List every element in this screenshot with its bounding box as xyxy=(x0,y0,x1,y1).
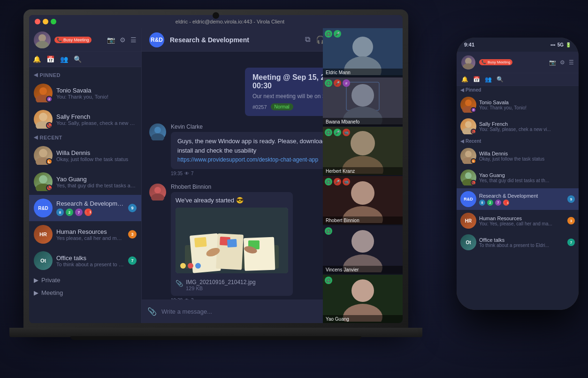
image-size: 129 KB xyxy=(186,285,256,291)
laptop-screen: eldric - eldric@demo.virola.io:443 - Vir… xyxy=(29,15,403,323)
svg-point-12 xyxy=(154,187,161,193)
willa-badge: L xyxy=(46,158,53,165)
phone-status-badge: 📞 Busy Meeting xyxy=(479,59,512,65)
image-dots xyxy=(180,263,201,269)
svg-point-33 xyxy=(351,131,375,155)
sidebar-list: ◀ Pinned # xyxy=(29,67,141,323)
phone-willa-badge: L xyxy=(471,158,476,164)
message-input[interactable]: Write a message... xyxy=(161,308,321,315)
phone-menu-icon[interactable]: ☰ xyxy=(569,59,574,66)
mic-icon-herbert: 🎤 xyxy=(334,129,341,136)
signal-bars-icon: ▪▪▪ xyxy=(550,42,556,47)
sidebar-item-yao[interactable]: 📞 Yao Guang Yes, that guy did the test t… xyxy=(29,169,141,195)
svg-point-1 xyxy=(36,41,49,48)
phone-rnd-b1: 8 xyxy=(479,200,485,206)
maximize-button[interactable] xyxy=(51,19,56,24)
phone-contacts-icon[interactable]: 👥 xyxy=(485,76,492,83)
phone-rnd-avatar: R&D xyxy=(460,191,476,207)
sidebar: 📞 Busy Meeting 📷 ⚙ ☰ xyxy=(29,28,142,323)
video-off-rhobert: 📹 xyxy=(343,178,350,185)
phone-recent-chevron: ◀ xyxy=(460,139,464,144)
video-icon-herbert: 📹 xyxy=(343,129,350,136)
herbert-name-bar: Herbert Kranz xyxy=(323,167,403,175)
meeting-status-badge: Normal xyxy=(271,103,293,110)
headphones-icon-rhobert: 🎧 xyxy=(325,178,332,185)
phone-ot-info: Office talks To think about a present to… xyxy=(479,237,565,248)
video-tile-vincens: 🎧 Vincens Janvier xyxy=(323,225,403,274)
phone-rnd-info: Research & Development 8 2 7 🚩1 xyxy=(479,193,565,206)
kevin-link[interactable]: https://www.providesupport.com/desktop-c… xyxy=(177,156,318,163)
phone-item-rnd[interactable]: R&D Research & Development 8 2 7 🚩1 9 xyxy=(457,188,579,210)
sidebar-item-rnd[interactable]: R&D Research & Development 8 2 7 🚩1 xyxy=(29,195,141,221)
svg-point-4 xyxy=(39,113,47,121)
phone-item-ot[interactable]: Ot Office talks To think about a present… xyxy=(457,231,579,253)
camera-icon[interactable]: 📷 xyxy=(107,36,115,44)
notifications-icon[interactable]: 🔔 xyxy=(33,55,41,63)
phone-search-icon[interactable]: 🔍 xyxy=(496,76,504,83)
sidebar-item-sally[interactable]: 📞 Sally French You: Sally, please, check… xyxy=(29,106,141,132)
headphones-icon-bwana: 🎧 xyxy=(325,79,332,87)
phone-item-tonio[interactable]: # Tonio Savala You: Thank you, Tonio! xyxy=(457,94,579,116)
app-body: 📞 Busy Meeting 📷 ⚙ ☰ xyxy=(29,28,403,323)
copy-icon[interactable]: ⧉ xyxy=(305,35,310,44)
menu-icon[interactable]: ☰ xyxy=(130,36,137,44)
attachment-icon[interactable]: 📎 xyxy=(147,307,157,316)
laptop-shell: eldric - eldric@demo.virola.io:443 - Vir… xyxy=(23,9,408,329)
herbert-video-icons: 🎧 🎤 📹 xyxy=(325,129,350,136)
phone-notif-icon[interactable]: 🔔 xyxy=(461,76,468,83)
sidebar-item-willa[interactable]: L Willa Dennis Okay, just follow the tas… xyxy=(29,142,141,169)
minimize-button[interactable] xyxy=(43,19,48,24)
ot-count-badge: 7 xyxy=(128,256,137,265)
ot-info: Office talks To think about a present to… xyxy=(56,255,124,267)
phone-item-willa[interactable]: L Willa Dennis Okay, just follow the tas… xyxy=(457,145,579,167)
phone-camera-icon[interactable]: 📷 xyxy=(549,59,556,66)
svg-point-42 xyxy=(351,279,374,302)
sidebar-item-officetalks[interactable]: Ot Office talks To think about a present… xyxy=(29,247,141,274)
svg-point-8 xyxy=(39,175,47,184)
calendar-icon[interactable]: 📅 xyxy=(46,55,54,63)
phone-calendar-icon[interactable]: 📅 xyxy=(473,76,480,83)
hr-count-badge: 3 xyxy=(128,230,137,239)
phone-item-hr[interactable]: HR Human Resources You: Yes, please, cal… xyxy=(457,210,579,231)
rnd-badge-3: 7 xyxy=(75,208,83,216)
phone-item-yao[interactable]: 📞 Yao Guang Yes, that guy did test tasks… xyxy=(457,167,579,188)
video-tile-rhobert: 🎧 🎤 📹 Rhobert Binnion xyxy=(323,176,403,224)
contacts-icon[interactable]: 👥 xyxy=(60,55,68,63)
video-tile-eldric: 🎧 🎤 Eldric Mann xyxy=(323,28,403,77)
svg-point-10 xyxy=(154,127,161,133)
phone-settings-icon[interactable]: ⚙ xyxy=(560,59,565,66)
laptop: eldric - eldric@demo.virola.io:443 - Vir… xyxy=(23,9,408,357)
svg-point-13 xyxy=(151,193,164,201)
meeting-chevron-icon: ▶ xyxy=(34,289,38,296)
svg-point-26 xyxy=(352,37,373,57)
phone-recent-header: ◀ Recent xyxy=(457,137,579,145)
svg-point-48 xyxy=(465,121,472,128)
recent-chevron-icon: ◀ xyxy=(34,134,38,140)
sidebar-item-meeting[interactable]: ▶ Meeting xyxy=(29,286,141,299)
sidebar-item-hr[interactable]: HR Human Resources Yes please, call her … xyxy=(29,221,141,247)
eldric-video-icons: 🎧 🎤 xyxy=(325,30,341,38)
phone-yao-info: Yao Guang Yes, that guy did test tasks a… xyxy=(479,172,575,183)
settings-icon[interactable]: ⚙ xyxy=(120,36,126,44)
sidebar-item-private[interactable]: ▶ Private xyxy=(29,274,141,286)
eldric-name-bar: Eldric Mann xyxy=(323,69,403,77)
phone-item-sally[interactable]: 📞 Sally French You: Sally, please, chek … xyxy=(457,116,579,137)
sidebar-header: 📞 Busy Meeting 📷 ⚙ ☰ xyxy=(29,28,141,52)
yao-name-bar: Yao Guang xyxy=(323,315,403,323)
rhobert-bubble: We've already started 😎 xyxy=(171,192,293,296)
scene: eldric - eldric@demo.virola.io:443 - Vir… xyxy=(0,0,588,378)
yao-avatar: 📞 xyxy=(34,172,53,191)
mic-icon-rhobert: 🎤 xyxy=(334,178,341,185)
sidebar-item-tonio[interactable]: # Tonio Savala You: Thank you, Tonio! xyxy=(29,80,141,106)
rnd-badge-1: 8 xyxy=(56,208,64,216)
window-controls xyxy=(35,19,56,24)
meeting-ticket: #0257 xyxy=(252,104,267,110)
window-title: eldric - eldric@demo.virola.io:443 - Vir… xyxy=(63,19,397,24)
headphones-icon-herbert: 🎧 xyxy=(325,129,332,136)
headphones-icon-eldric: 🎧 xyxy=(325,30,332,38)
close-button[interactable] xyxy=(35,19,40,24)
search-icon[interactable]: 🔍 xyxy=(74,55,82,63)
kevin-avatar xyxy=(149,123,166,140)
phone-signal: ▪▪▪ 5G 🔋 xyxy=(550,42,571,47)
tonio-info: Tonio Savala You: Thank you, Tonio! xyxy=(56,87,137,100)
